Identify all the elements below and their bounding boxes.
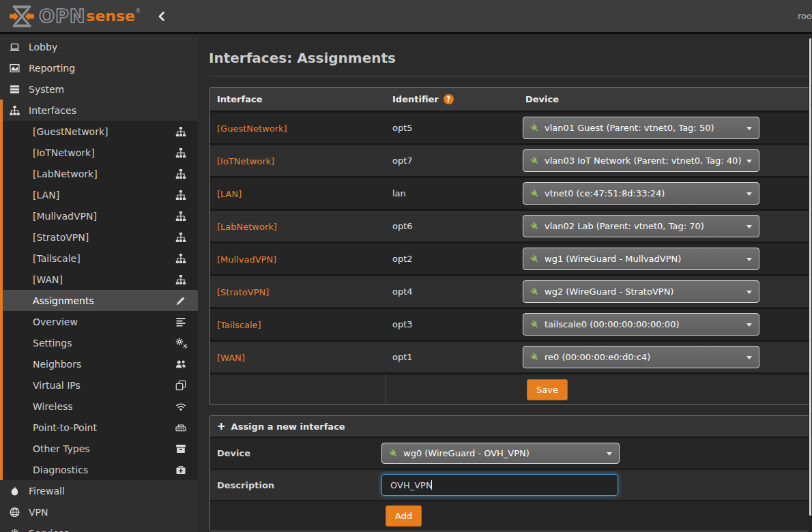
table-row: [WAN] opt1 re0 (00:00:00:e0:d0:c4) <box>210 340 811 372</box>
add-form-row: Add <box>210 500 811 531</box>
sidebar-item-guestnetwork[interactable]: [GuestNetwork] <box>3 121 198 142</box>
vertical-scrollbar-thumb[interactable] <box>809 38 811 516</box>
sitemap-icon <box>175 190 186 201</box>
globe-icon <box>9 507 20 518</box>
column-header-device: Device <box>519 94 811 104</box>
sidebar-item-lobby[interactable]: Lobby <box>0 36 198 57</box>
interface-link[interactable]: [Tailscale] <box>217 320 261 330</box>
sidebar-item-interfaces[interactable]: Interfaces <box>3 100 198 121</box>
sidebar-item-label: Virtual IPs <box>33 380 81 391</box>
sidebar-item-virtual-ips[interactable]: Virtual IPs <box>3 374 198 396</box>
device-select[interactable]: re0 (00:00:00:e0:d0:c4) <box>523 346 759 368</box>
interface-link[interactable]: [IoTNetwork] <box>217 156 274 166</box>
identifier-value: opt6 <box>386 221 519 231</box>
description-input[interactable] <box>381 474 618 496</box>
medkit-icon <box>175 464 186 475</box>
sidebar-item-label: Neighbors <box>33 359 81 370</box>
users-icon <box>175 359 186 370</box>
chevron-down-icon <box>746 225 752 228</box>
sidebar-item-other-types[interactable]: Other Types <box>3 438 198 459</box>
sidebar-item-label: Interfaces <box>29 105 76 116</box>
sidebar-item-diagnostics[interactable]: Diagnostics <box>3 459 198 480</box>
sitemap-icon <box>175 274 186 285</box>
sidebar-item-vpn[interactable]: VPN <box>0 501 198 522</box>
sidebar-item-label: Other Types <box>33 443 90 454</box>
sidebar-item-label: [MullvadVPN] <box>33 211 97 222</box>
device-select[interactable]: wg2 (WireGuard - StratoVPN) <box>523 280 759 303</box>
chevron-down-icon <box>746 127 752 130</box>
interface-link[interactable]: [LAN] <box>217 189 242 199</box>
opnsense-logo[interactable]: OPNsense® <box>0 0 141 32</box>
brand-sense-text: sense <box>86 8 135 25</box>
new-device-select[interactable]: wg0 (WireGuard - OVH_VPN) <box>381 443 620 464</box>
sidebar-item-wireless[interactable]: Wireless <box>3 396 198 417</box>
sidebar-item-system[interactable]: System <box>0 78 198 100</box>
sidebar-collapse-chevron-left-icon[interactable] <box>156 11 167 22</box>
sidebar-item-label: [StratoVPN] <box>33 232 89 243</box>
table-row: [IoTNetwork] opt7 vlan03 IoT Network (Pa… <box>210 143 811 176</box>
gear-icon <box>9 528 20 532</box>
sitemap-icon <box>175 126 186 137</box>
sidebar-item-mullvadvpn[interactable]: [MullvadVPN] <box>3 205 198 226</box>
device-select[interactable]: vlan02 Lab (Parent: vtnet0, Tag: 70) <box>523 215 759 237</box>
device-select[interactable]: vtnet0 (ce:47:51:8d:33:24) <box>523 182 759 205</box>
identifier-value: opt7 <box>386 156 519 166</box>
page-title: Interfaces: Assignments <box>209 50 812 66</box>
brand-registered-mark: ® <box>135 8 141 14</box>
modem-icon <box>175 422 186 433</box>
sidebar: Lobby Reporting System Interfaces [Guest… <box>0 36 198 532</box>
sidebar-item-tailscale[interactable]: [Tailscale] <box>3 248 198 269</box>
sidebar-item-lan[interactable]: [LAN] <box>3 184 198 205</box>
fire-icon <box>9 486 20 497</box>
device-select[interactable]: wg1 (WireGuard - MullvadVPN) <box>523 248 759 270</box>
device-select[interactable]: tailscale0 (00:00:00:00:00:00) <box>523 313 759 336</box>
table-row: [StratoVPN] opt4 wg2 (WireGuard - Strato… <box>210 274 811 307</box>
table-row: [LabNetwork] opt6 vlan02 Lab (Parent: vt… <box>210 209 811 241</box>
brand-opn-text: OPN <box>39 5 85 27</box>
title-divider <box>209 76 812 76</box>
interface-link[interactable]: [GuestNetwork] <box>217 123 287 134</box>
sidebar-item-label: [LAN] <box>33 190 59 201</box>
sidebar-item-services[interactable]: Services <box>0 522 198 532</box>
sidebar-item-reporting[interactable]: Reporting <box>0 57 198 78</box>
sidebar-item-overview[interactable]: Overview <box>3 311 198 332</box>
device-select[interactable]: vlan01 Guest (Parent: vtnet0, Tag: 50) <box>523 117 759 139</box>
device-form-row: Device wg0 (WireGuard - OVH_VPN) <box>210 437 811 469</box>
question-circle-icon[interactable]: ? <box>444 94 454 104</box>
identifier-value: opt5 <box>386 123 519 133</box>
plug-icon <box>528 351 540 363</box>
sidebar-item-settings[interactable]: Settings <box>3 332 198 353</box>
add-button[interactable]: Add <box>386 505 422 527</box>
description-label: Description <box>210 480 381 490</box>
sidebar-item-neighbors[interactable]: Neighbors <box>3 353 198 374</box>
table-header-row: Interface Identifier? Device <box>210 88 811 110</box>
interface-link[interactable]: [LabNetwork] <box>217 222 277 232</box>
chevron-down-icon <box>746 258 752 261</box>
sidebar-item-point-to-point[interactable]: Point-to-Point <box>3 417 198 438</box>
chevron-down-icon <box>746 356 752 359</box>
sidebar-item-label: [GuestNetwork] <box>33 126 108 137</box>
device-select[interactable]: vlan03 IoT Network (Parent: vtnet0, Tag:… <box>523 149 759 172</box>
sidebar-item-firewall[interactable]: Firewall <box>0 480 198 501</box>
assign-panel-title: Assign a new interface <box>231 422 345 432</box>
sidebar-item-iotnetwork[interactable]: [IoTNetwork] <box>3 142 198 163</box>
sidebar-item-labnetwork[interactable]: [LabNetwork] <box>3 163 198 184</box>
sidebar-item-wan[interactable]: [WAN] <box>3 269 198 290</box>
column-header-interface: Interface <box>210 94 386 104</box>
save-button[interactable]: Save <box>527 379 568 400</box>
interfaces-submenu: [GuestNetwork] [IoTNetwork] [LabNetwork]… <box>3 121 198 480</box>
sidebar-item-stratovpn[interactable]: [StratoVPN] <box>3 226 198 248</box>
navbar-user-text[interactable]: roo <box>798 11 812 21</box>
interface-link[interactable]: [StratoVPN] <box>217 287 269 297</box>
interface-link[interactable]: [WAN] <box>217 353 245 363</box>
pencil-icon <box>175 295 186 306</box>
vertical-scrollbar-track[interactable] <box>809 36 812 532</box>
sitemap-icon <box>175 232 186 243</box>
interface-link[interactable]: [MullvadVPN] <box>217 254 276 265</box>
chevron-down-icon <box>746 192 752 196</box>
table-row: [Tailscale] opt3 tailscale0 (00:00:00:00… <box>210 307 811 340</box>
sidebar-item-assignments[interactable]: Assignments <box>3 290 198 311</box>
plug-icon <box>528 285 540 297</box>
chevron-down-icon <box>746 323 752 327</box>
sidebar-item-label: Diagnostics <box>33 464 88 475</box>
